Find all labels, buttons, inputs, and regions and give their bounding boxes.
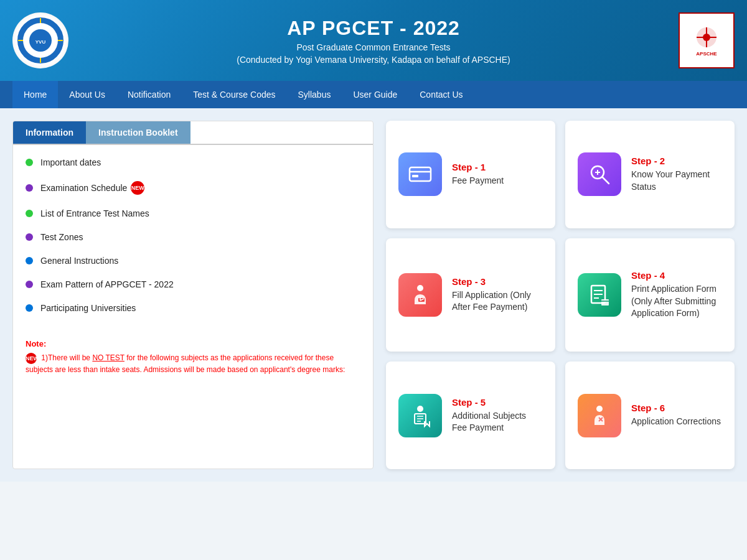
step-5-text: Step - 5 Additional Subjects Fee Payment xyxy=(452,397,543,434)
list-item-entrance-test-names[interactable]: List of Entrance Test Names xyxy=(26,208,360,218)
step-3-number: Step - 3 xyxy=(452,276,543,287)
dot-icon xyxy=(26,281,33,288)
svg-point-27 xyxy=(417,406,423,412)
step-5-desc: Additional Subjects Fee Payment xyxy=(452,410,543,434)
step-3-desc: Fill Application (Only After Fee Payment… xyxy=(452,289,543,314)
left-panel: Information Instruction Booklet Importan… xyxy=(12,121,374,469)
dot-icon xyxy=(26,159,33,166)
item-label: Exam Pattern of APPGCET - 2022 xyxy=(40,279,174,289)
main-content: Information Instruction Booklet Importan… xyxy=(0,108,747,482)
nav-test-codes[interactable]: Test & Course Codes xyxy=(182,81,286,108)
dot-icon xyxy=(26,210,33,217)
step-1-card[interactable]: Step - 1 Fee Payment xyxy=(386,121,555,228)
info-list: Important dates Examination Schedule NEW… xyxy=(13,145,373,339)
step-6-number: Step - 6 xyxy=(631,403,722,413)
step-5-number: Step - 5 xyxy=(452,397,543,408)
note-body: NEW 1)There will be NO TEST for the foll… xyxy=(26,352,360,376)
svg-rect-25 xyxy=(601,299,609,306)
step-3-icon xyxy=(398,273,442,317)
dot-icon xyxy=(26,233,33,241)
dot-icon xyxy=(26,257,33,264)
nav-home[interactable]: Home xyxy=(12,81,58,108)
list-item-test-zones[interactable]: Test Zones xyxy=(26,232,360,242)
list-item-general-instructions[interactable]: General Instructions xyxy=(26,256,360,266)
step-2-desc: Know Your Payment Status xyxy=(631,169,722,193)
item-label: Examination Schedule xyxy=(40,183,127,193)
header-text: AP PGCET - 2022 Post Graduate Common Ent… xyxy=(237,17,510,65)
step-2-card[interactable]: Step - 2 Know Your Payment Status xyxy=(565,121,735,228)
dot-icon xyxy=(26,304,33,312)
step-5-icon xyxy=(398,394,442,437)
new-badge: NEW xyxy=(131,181,144,195)
step-1-number: Step - 1 xyxy=(452,162,543,172)
step-2-text: Step - 2 Know Your Payment Status xyxy=(631,156,722,193)
tab-bar: Information Instruction Booklet xyxy=(13,121,373,145)
note-title: Note: xyxy=(26,339,360,348)
svg-text:APSCHE: APSCHE xyxy=(696,51,717,57)
page-header: YVU AP PGCET - 2022 Post Graduate Common… xyxy=(0,0,747,81)
svg-point-17 xyxy=(417,285,423,291)
header-subtitle: Post Graduate Common Entrance Tests xyxy=(237,42,510,52)
step-1-icon xyxy=(398,152,442,196)
tab-information[interactable]: Information xyxy=(13,121,86,144)
svg-rect-10 xyxy=(410,167,431,181)
step-2-icon xyxy=(578,152,621,196)
step-6-card[interactable]: Step - 6 Application Corrections xyxy=(565,362,735,469)
step-4-number: Step - 4 xyxy=(631,270,722,281)
step-4-icon xyxy=(578,273,621,317)
header-conducted-by: (Conducted by Yogi Vemana University, Ka… xyxy=(237,55,510,65)
list-item-important-dates[interactable]: Important dates xyxy=(26,157,360,167)
step-1-desc: Fee Payment xyxy=(452,175,543,187)
note-new-badge: NEW xyxy=(26,353,37,364)
step-3-text: Step - 3 Fill Application (Only After Fe… xyxy=(452,276,543,314)
note-text-content: 1)There will be NO TEST for the followin… xyxy=(26,353,345,374)
svg-point-8 xyxy=(703,34,710,41)
list-item-exam-pattern[interactable]: Exam Pattern of APPGCET - 2022 xyxy=(26,279,360,289)
item-label: List of Entrance Test Names xyxy=(40,208,149,218)
svg-rect-12 xyxy=(412,175,418,177)
item-label: Important dates xyxy=(40,157,101,167)
step-4-desc: Print Application Form (Only After Submi… xyxy=(631,283,722,320)
step-4-text: Step - 4 Print Application Form (Only Af… xyxy=(631,270,722,320)
svg-line-14 xyxy=(603,177,609,184)
step-2-number: Step - 2 xyxy=(631,156,722,166)
item-label: General Instructions xyxy=(40,256,118,266)
step-5-card[interactable]: Step - 5 Additional Subjects Fee Payment xyxy=(386,362,555,469)
main-navbar: Home About Us Notification Test & Course… xyxy=(0,81,747,108)
dot-icon xyxy=(26,184,33,192)
step-6-desc: Application Corrections xyxy=(631,416,722,428)
nav-contact-us[interactable]: Contact Us xyxy=(408,81,474,108)
item-label: Participating Universities xyxy=(40,303,136,313)
step-4-card[interactable]: Step - 4 Print Application Form (Only Af… xyxy=(565,238,735,352)
steps-grid: Step - 1 Fee Payment Step - 2 Know Your … xyxy=(386,121,735,469)
list-item-participating-universities[interactable]: Participating Universities xyxy=(26,303,360,313)
svg-text:YVU: YVU xyxy=(35,39,46,45)
item-label: Test Zones xyxy=(40,232,83,242)
step-6-text: Step - 6 Application Corrections xyxy=(631,403,722,428)
list-item-exam-schedule[interactable]: Examination Schedule NEW xyxy=(26,181,360,195)
tab-instruction-booklet[interactable]: Instruction Booklet xyxy=(86,121,190,144)
university-logo: YVU xyxy=(12,12,68,68)
note-section: Note: NEW 1)There will be NO TEST for th… xyxy=(13,339,373,388)
nav-notification[interactable]: Notification xyxy=(116,81,182,108)
step-1-text: Step - 1 Fee Payment xyxy=(452,162,543,187)
svg-point-32 xyxy=(596,406,603,412)
nav-syllabus[interactable]: Syllabus xyxy=(287,81,342,108)
step-6-icon xyxy=(578,394,621,437)
nav-about-us[interactable]: About Us xyxy=(58,81,116,108)
step-3-card[interactable]: Step - 3 Fill Application (Only After Fe… xyxy=(386,238,555,352)
nav-user-guide[interactable]: User Guide xyxy=(342,81,408,108)
page-title: AP PGCET - 2022 xyxy=(237,17,510,40)
apsche-logo: APSCHE xyxy=(679,12,735,68)
